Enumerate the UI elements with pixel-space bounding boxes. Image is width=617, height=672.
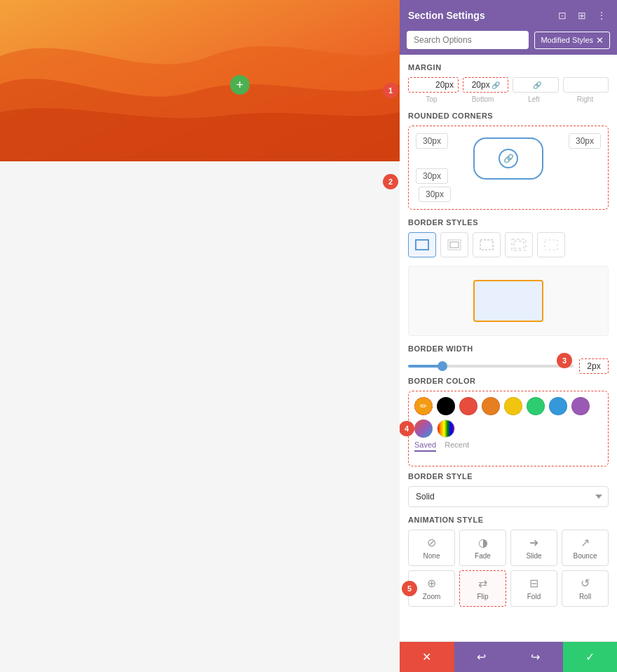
- anim-flip-btn[interactable]: ⇄ Flip: [459, 570, 506, 607]
- columns-icon[interactable]: ⊞: [575, 8, 589, 22]
- color-pencil-icon[interactable]: [437, 419, 455, 438]
- anim-zoom-label: Zoom: [423, 593, 441, 600]
- color-swatch-green[interactable]: [527, 397, 545, 415]
- anim-fold-label: Fold: [527, 593, 541, 600]
- panel-body: Margin 20px 20px 🔗 🔗: [400, 55, 617, 641]
- color-swatch-gradient[interactable]: [414, 419, 433, 438]
- redo-icon: ↪: [531, 650, 540, 664]
- margin-left-label: Left: [510, 95, 557, 103]
- border-style-dashed-btn[interactable]: [473, 232, 501, 257]
- border-preview-area: [408, 266, 609, 336]
- anim-fade-icon: ◑: [478, 536, 488, 549]
- anim-zoom-btn[interactable]: 5 ⊕ Zoom: [408, 570, 455, 607]
- undo-button[interactable]: ↩: [454, 642, 509, 672]
- margin-label: Margin: [408, 63, 609, 72]
- border-styles-section: Border Styles: [408, 218, 609, 336]
- anim-slide-icon: ➜: [529, 536, 538, 549]
- margin-bottom-label: Bottom: [459, 95, 506, 103]
- anim-none-icon: ⊘: [427, 536, 436, 549]
- color-swatch-blue[interactable]: [549, 397, 567, 415]
- border-style-none-btn[interactable]: [537, 232, 565, 257]
- rounded-preview-box: 🔗: [473, 137, 543, 180]
- anim-fade-label: Fade: [475, 552, 491, 560]
- rounded-top-right[interactable]: 30px: [569, 133, 601, 149]
- color-swatch-yellow[interactable]: [504, 397, 522, 415]
- rounded-link-icon[interactable]: 🔗: [499, 149, 518, 168]
- rounded-bottom-right[interactable]: 30px: [419, 187, 451, 202]
- anim-none-label: None: [423, 552, 440, 560]
- border-width-section: Border Width 3 2px: [408, 344, 609, 374]
- border-width-slider[interactable]: [408, 365, 574, 368]
- border-width-value[interactable]: 2px: [579, 358, 609, 374]
- color-picker-button[interactable]: ✏: [414, 397, 433, 415]
- margin-top-input[interactable]: [413, 80, 435, 90]
- confirm-icon: ✓: [585, 650, 595, 664]
- recent-tab[interactable]: Recent: [445, 441, 469, 452]
- anim-flip-label: Flip: [477, 593, 488, 600]
- border-style-double-btn[interactable]: [505, 232, 533, 257]
- svg-rect-4: [480, 240, 493, 250]
- panel-title: Section Settings: [408, 10, 485, 21]
- modified-styles-badge: Modified Styles ✕: [534, 32, 610, 49]
- border-style-dropdown-section: Border Style Solid Dashed Dotted Double …: [408, 472, 609, 516]
- add-section-button[interactable]: +: [230, 75, 250, 95]
- badge-5: 5: [402, 581, 417, 596]
- anim-fold-icon: ⊟: [529, 577, 538, 590]
- svg-rect-1: [416, 240, 428, 250]
- anim-roll-label: Roll: [579, 593, 591, 600]
- color-swatch-red[interactable]: [459, 397, 477, 415]
- anim-roll-btn[interactable]: ↺ Roll: [562, 570, 609, 607]
- border-color-label: Border Color: [408, 377, 609, 385]
- border-width-label: Border Width: [408, 344, 609, 353]
- border-color-section: Border Color 4 ✏: [408, 377, 609, 466]
- border-width-slider-row: 3 2px: [408, 358, 609, 374]
- redo-button[interactable]: ↪: [508, 642, 563, 672]
- anim-fade-btn[interactable]: ◑ Fade: [459, 530, 506, 566]
- border-style-solid-btn[interactable]: [408, 232, 436, 257]
- svg-rect-6: [514, 241, 524, 248]
- anim-slide-btn[interactable]: ➜ Slide: [510, 530, 557, 566]
- color-swatch-black[interactable]: [437, 397, 455, 415]
- rounded-corners-inner: 30px 🔗 30px 30px 30px: [416, 133, 601, 202]
- cancel-button[interactable]: ✕: [400, 642, 454, 672]
- border-inside-icon: [447, 238, 462, 251]
- border-style-inside-btn[interactable]: [440, 232, 468, 257]
- rounded-top-left[interactable]: 30px: [416, 133, 448, 149]
- color-swatch-purple[interactable]: [571, 397, 590, 415]
- responsive-icon[interactable]: ⊡: [555, 8, 569, 22]
- margin-left-field: 🔗: [513, 77, 558, 93]
- anim-zoom-icon: ⊕: [427, 577, 436, 590]
- animation-grid: ⊘ None ◑ Fade ➜ Slide ↗ Bounce: [408, 530, 609, 607]
- confirm-button[interactable]: ✓: [563, 642, 618, 672]
- badge-1: 1: [383, 83, 398, 98]
- canvas-area: + 1 2: [0, 0, 400, 672]
- badge-4: 4: [400, 421, 414, 436]
- color-swatch-orange[interactable]: [482, 397, 500, 415]
- border-width-thumb[interactable]: [438, 361, 447, 371]
- saved-tab[interactable]: Saved: [414, 441, 436, 452]
- anim-slide-label: Slide: [526, 552, 541, 560]
- panel-header-icons: ⊡ ⊞ ⋮: [555, 8, 609, 22]
- border-style-select[interactable]: Solid Dashed Dotted Double None: [408, 486, 609, 507]
- animation-style-label: Animation Style: [408, 516, 609, 524]
- search-bar: Modified Styles ✕: [400, 31, 617, 55]
- rounded-corners-section: Rounded Corners 30px 🔗 30px 30px: [408, 112, 609, 210]
- anim-bounce-icon: ↗: [581, 536, 590, 549]
- color-tabs: Saved Recent: [414, 441, 602, 452]
- border-preview-box: [473, 280, 543, 322]
- margin-left-link-icon: 🔗: [533, 81, 541, 89]
- anim-bounce-label: Bounce: [574, 552, 597, 560]
- border-styles-label: Border Styles: [408, 218, 609, 227]
- anim-bounce-btn[interactable]: ↗ Bounce: [562, 530, 609, 566]
- margin-section: Margin 20px 20px 🔗 🔗: [408, 63, 609, 103]
- rounded-bottom-left[interactable]: 30px: [416, 168, 448, 184]
- badge-3: 3: [557, 353, 572, 368]
- anim-fold-btn[interactable]: ⊟ Fold: [510, 570, 557, 607]
- undo-icon: ↩: [477, 650, 486, 664]
- close-modified-styles-button[interactable]: ✕: [596, 35, 604, 46]
- anim-none-btn[interactable]: ⊘ None: [408, 530, 455, 566]
- more-icon[interactable]: ⋮: [595, 8, 609, 22]
- badge-2: 2: [383, 174, 398, 189]
- border-styles-buttons: [408, 232, 609, 257]
- search-input[interactable]: [407, 31, 529, 49]
